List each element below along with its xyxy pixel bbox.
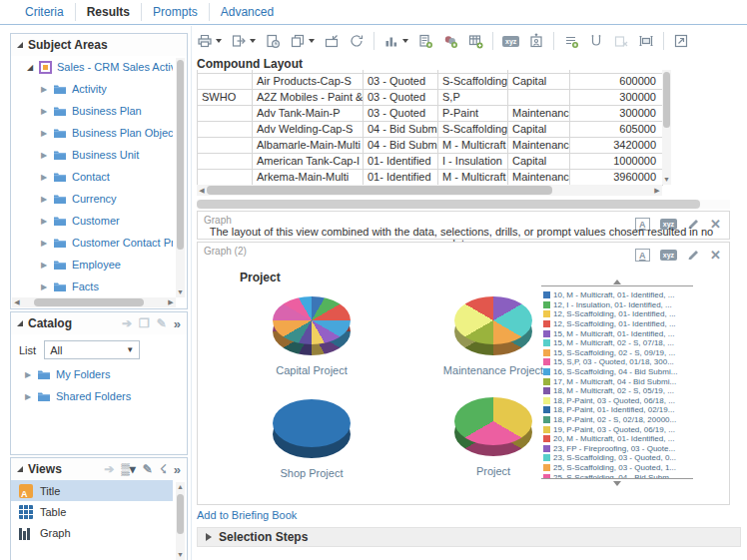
compound-hscrollbar[interactable] (197, 200, 730, 209)
table-row[interactable]: American Tank-Cap-I01- IdentifiedI - Ins… (198, 153, 663, 169)
table-row[interactable]: Albamarle-Main-Multi04 - Bid SubmittedM … (198, 137, 663, 153)
table-row[interactable]: Arkema-Main-Multi01- IdentifiedM - Multi… (198, 169, 663, 185)
expand-icon[interactable]: ▶ (23, 370, 33, 379)
print-icon[interactable] (197, 33, 222, 49)
legend-scroll-up-icon[interactable] (613, 280, 621, 284)
delete-view-icon[interactable] (613, 33, 629, 49)
subject-folder-customer[interactable]: ▶Customer (11, 210, 173, 232)
pie-chart-shop-project[interactable]: Shop Project (232, 399, 391, 479)
legend-swatch (543, 378, 550, 385)
legend-item: 18, M - Multicraft, 02 - S, 05/19, ... (543, 386, 693, 396)
table-row[interactable]: Adv Tank-Main-P03 - QuotedP-PaintMainten… (198, 105, 663, 121)
new-view-icon[interactable]: ▒▾ (121, 463, 136, 475)
more-options-chevrons[interactable]: » (174, 316, 181, 331)
pie-chart-project[interactable]: Project (413, 397, 573, 477)
subject-folder-contact[interactable]: ▶Contact (11, 166, 173, 188)
expand-icon[interactable]: ▶ (39, 85, 49, 94)
import-formatting-icon[interactable] (528, 33, 544, 49)
table-row[interactable]: Air Products-Cap-S03 - QuotedS-Scaffoldi… (198, 73, 663, 89)
graph-view-icon (19, 526, 33, 540)
table-row[interactable]: Adv Welding-Cap-S04 - Bid SubmittedS-Sca… (198, 121, 663, 137)
table-row[interactable]: SWHOA2Z Mobiles - Paint & Scaff03 - Quot… (198, 89, 663, 105)
table-vscrollbar[interactable]: ▼ (662, 70, 671, 185)
subject-tree-hscrollbar[interactable]: ◀ ▶ (12, 297, 176, 307)
subject-folder-business-plan-objective[interactable]: ▶Business Plan Objective (11, 122, 173, 144)
expand-open-icon[interactable]: ◢ (25, 63, 35, 72)
copy-icon[interactable]: ❐ (139, 317, 150, 329)
table-hscrollbar[interactable]: ◀ ▶ (197, 185, 662, 196)
catalog-folder-my-folders[interactable]: ▶My Folders (11, 363, 187, 385)
subject-folder-business-unit[interactable]: ▶Business Unit (11, 144, 173, 166)
tab-results[interactable]: Results (75, 3, 141, 21)
expand-triangle-icon (206, 533, 212, 541)
edit-view-icon[interactable]: ✎ (143, 463, 153, 475)
expand-icon[interactable]: ▶ (39, 239, 49, 248)
new-measure-icon[interactable] (467, 33, 483, 49)
duplicate-view-icon[interactable]: ☇ (160, 463, 167, 475)
open-arrow-icon[interactable]: ➔ (104, 463, 114, 475)
subject-tree-vscrollbar[interactable]: ▼ (176, 58, 185, 297)
tab-prompts[interactable]: Prompts (141, 3, 209, 21)
view-item-graph[interactable]: Graph (11, 522, 173, 543)
subject-areas-panel: Subject Areas ◢ Sales - CRM Sales Activi… (10, 33, 188, 309)
view-item-title[interactable]: Title (11, 480, 173, 501)
new-view-icon[interactable] (383, 33, 408, 49)
export-icon[interactable] (231, 33, 256, 49)
add-to-briefing-book-link[interactable]: Add to Briefing Book (197, 509, 297, 521)
results-table[interactable]: Air Products-Cap-S03 - QuotedS-Scaffoldi… (197, 70, 663, 186)
expand-icon[interactable]: ▶ (39, 107, 49, 116)
subject-area-root[interactable]: ◢ Sales - CRM Sales Activity (11, 56, 173, 78)
more-options-chevrons[interactable]: » (174, 462, 181, 477)
tab-criteria[interactable]: Criteria (14, 3, 75, 21)
expand-icon[interactable]: ▶ (39, 282, 49, 291)
pie-chart-maintenance-project[interactable]: Maintenance Project (413, 296, 573, 376)
subject-folder-employee[interactable]: ▶Employee (11, 254, 173, 276)
catalog-header[interactable]: Catalog ➔ ❐ ✎ » (11, 312, 187, 334)
pie-chart-capital-project[interactable]: Capital Project (232, 296, 391, 376)
new-group-icon[interactable] (417, 33, 433, 49)
preview-dashboard-icon[interactable] (673, 33, 689, 49)
expand-icon[interactable]: ▶ (39, 129, 49, 138)
views-vscrollbar[interactable]: ▲ ▼ (176, 482, 185, 560)
subject-folder-business-plan[interactable]: ▶Business Plan (11, 100, 173, 122)
catalog-list-select[interactable]: All ▼ (44, 340, 140, 359)
collapse-triangle-icon[interactable] (17, 320, 23, 326)
expand-icon[interactable]: ▶ (39, 261, 49, 270)
copy-icon[interactable] (290, 33, 315, 49)
open-arrow-icon[interactable]: ➔ (122, 317, 132, 329)
expand-icon[interactable]: ▶ (39, 195, 49, 204)
subject-folder-facts[interactable]: ▶Facts (11, 276, 173, 295)
duplicate-view-icon[interactable] (588, 33, 604, 49)
import-icon[interactable] (324, 33, 340, 49)
subject-areas-header[interactable]: Subject Areas (11, 34, 187, 56)
pie-label: Maintenance Project (443, 364, 543, 376)
refresh-icon[interactable] (349, 33, 365, 49)
graph-view: Graph Axyz✕ The layout of this view comb… (197, 211, 730, 240)
collapse-triangle-icon[interactable] (17, 466, 23, 472)
views-header[interactable]: Views ➔ ▒▾ ✎ ☇ » (11, 458, 187, 480)
subject-folder-activity[interactable]: ▶Activity (11, 78, 173, 100)
catalog-title: Catalog (28, 316, 72, 330)
rename-view-icon[interactable] (638, 33, 654, 49)
selection-steps-bar[interactable]: Selection Steps (197, 527, 741, 547)
expand-icon[interactable]: ▶ (39, 217, 49, 226)
expand-icon[interactable]: ▶ (23, 392, 33, 401)
legend-scroll-down-icon[interactable] (613, 481, 621, 486)
subject-folder-currency[interactable]: ▶Currency (11, 188, 173, 210)
catalog-folder-shared-folders[interactable]: ▶Shared Folders (11, 385, 187, 407)
edit-icon[interactable]: ✎ (157, 317, 167, 329)
legend-swatch (543, 387, 550, 394)
collapse-triangle-icon[interactable] (17, 42, 23, 48)
tab-advanced[interactable]: Advanced (209, 3, 285, 21)
expand-icon[interactable]: ▶ (39, 173, 49, 182)
subject-area-icon (39, 61, 52, 74)
new-calculated-item-icon[interactable] (442, 33, 458, 49)
catalog-panel: Catalog ➔ ❐ ✎ » List All ▼ ▶My Folders▶S… (10, 311, 188, 455)
expand-icon[interactable]: ▶ (39, 151, 49, 160)
schedule-icon[interactable] (265, 33, 281, 49)
sidebar-splitter[interactable] (191, 26, 192, 560)
view-item-table[interactable]: Table (11, 501, 173, 522)
subject-folder-customer-contact-profi[interactable]: ▶Customer Contact Profi (11, 232, 173, 254)
xyz-properties-icon[interactable]: xyz (502, 36, 519, 47)
add-view-icon[interactable] (563, 33, 579, 49)
